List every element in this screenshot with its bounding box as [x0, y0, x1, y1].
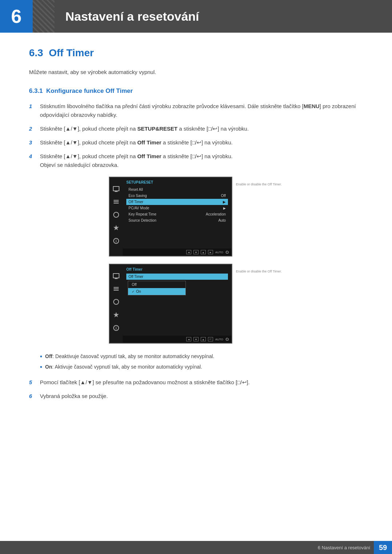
step-6: 6 Vybraná položka se použije. — [29, 392, 363, 401]
subsection-title: 6.3.1 Konfigurace funkce Off Timer — [29, 87, 363, 95]
submenu-off-timer-item: Off Timer — [126, 274, 228, 280]
popup-off-item: Off — [128, 281, 185, 288]
bullet-on: • On: Aktivuje časovač vypnutí tak, aby … — [40, 363, 363, 371]
chapter-title: Nastavení a resetování — [54, 9, 199, 24]
footer-page-number: 59 — [374, 541, 392, 554]
step-4: 4 Stiskněte [▲/▼], pokud chcete přejít n… — [29, 152, 363, 169]
footer-text: 6 Nastavení a resetování — [318, 545, 374, 550]
main-content: 6.3 Off Timer Můžete nastavit, aby se vý… — [0, 47, 392, 401]
menu-item-pcav-mode: PC/AV Mode ▶ — [126, 205, 228, 211]
step-2: 2 Stiskněte [▲/▼], pokud chcete přejít n… — [29, 124, 363, 133]
monitor-icon — [112, 185, 120, 193]
icons-panel-1: i — [110, 177, 123, 256]
gear-icon-shape-2 — [113, 312, 119, 318]
nav-enter-btn-2: ↩ — [208, 337, 213, 341]
popup-on-item: ✓ On — [128, 288, 185, 295]
nav-up-btn-2: ▲ — [201, 337, 206, 341]
step-5: 5 Pomocí tlačítek [▲/▼] se přesuňte na p… — [29, 378, 363, 387]
arrow-icon — [112, 211, 120, 219]
power-icon-2: ⏻ — [225, 337, 229, 341]
menu-content-2: Off Timer Off Timer Turn Off After — [123, 264, 232, 343]
submenu-popup: Off ✓ On — [128, 281, 186, 295]
step-3: 3 Stiskněte [▲/▼], pokud chcete přejít n… — [29, 138, 363, 147]
chapter-header: 6 Nastavení a resetování — [0, 0, 392, 33]
section-title: 6.3 Off Timer — [29, 47, 363, 59]
nav-left-btn-2: ◄ — [186, 337, 191, 341]
menu-item-eco-saving: Eco Saving Off — [126, 193, 228, 199]
auto-label-2: AUTO — [215, 338, 223, 341]
menu-content-1: SETUP&RESET Reset All Eco Saving Off Off… — [123, 177, 232, 256]
monitor-icon-shape — [113, 186, 119, 191]
steps-list: 1 Stisknutím libovolného tlačítka na pře… — [29, 102, 363, 169]
arrow-icon-shape — [113, 212, 119, 218]
menu-item-off-timer: Off Timer ▶ — [126, 199, 228, 205]
page-footer: 6 Nastavení a resetování 59 — [0, 541, 392, 554]
menu-item-key-repeat: Key Repeat Time Acceleration — [126, 211, 228, 217]
monitor-icon-shape-2 — [113, 273, 119, 278]
monitor-icon-2 — [112, 272, 120, 280]
lines-icon-shape — [114, 200, 119, 204]
monitor-screen-2: i Off Timer Off Timer Turn Off After Off — [109, 264, 232, 344]
menu-item-reset-all: Reset All — [126, 186, 228, 193]
nav-left-btn: ◄ — [186, 250, 191, 254]
info-icon-shape-2: i — [113, 325, 119, 331]
lines-icon — [112, 198, 120, 206]
power-icon-1: ⏻ — [225, 250, 229, 254]
arrow-icon-2 — [112, 298, 120, 306]
screenshot-row-2: i Off Timer Off Timer Turn Off After Off — [109, 264, 283, 344]
screen-bottom-bar-2: ◄ ▼ ▲ ↩ AUTO ⏻ — [123, 336, 232, 343]
nav-up-btn: ▲ — [201, 250, 206, 254]
screen-bottom-bar-1: ◄ ▼ ▲ ► AUTO ⏻ — [123, 249, 232, 256]
lines-icon-2 — [112, 285, 120, 293]
info-icon-shape: i — [113, 238, 119, 244]
arrow-icon-shape-2 — [113, 299, 119, 305]
nav-right-btn: ► — [208, 250, 213, 254]
steps-list-2: 5 Pomocí tlačítek [▲/▼] se přesuňte na p… — [29, 378, 363, 401]
icons-panel-2: i — [110, 264, 123, 343]
menu-header-1: SETUP&RESET — [126, 180, 228, 184]
side-help-1: Enable or disable the Off Timer. — [236, 177, 283, 187]
bullet-off: • Off: Deaktivuje časovač vypnutí tak, a… — [40, 353, 363, 360]
gear-icon-2 — [112, 311, 120, 319]
monitor-screen-1: i SETUP&RESET Reset All Eco Saving Off — [109, 177, 232, 257]
info-icon-2: i — [112, 324, 120, 332]
auto-label-1: AUTO — [215, 251, 223, 254]
menu-item-source-detect: Source Detection Auto — [126, 217, 228, 223]
bullet-list: • Off: Deaktivuje časovač vypnutí tak, a… — [40, 353, 363, 371]
submenu-header: Off Timer — [126, 267, 228, 271]
step-1: 1 Stisknutím libovolného tlačítka na pře… — [29, 102, 363, 119]
gear-icon — [112, 224, 120, 232]
nav-down-btn-2: ▼ — [193, 337, 199, 341]
nav-down-btn: ▼ — [193, 250, 199, 254]
chapter-number: 6 — [0, 0, 33, 33]
lines-icon-shape-2 — [114, 287, 119, 291]
gear-icon-shape — [113, 225, 119, 231]
info-icon: i — [112, 237, 120, 245]
header-pattern — [33, 0, 54, 33]
side-help-2: Enable or disable the Off Timer. — [236, 264, 283, 274]
screenshots-container: i SETUP&RESET Reset All Eco Saving Off — [29, 177, 363, 344]
screenshot-row-1: i SETUP&RESET Reset All Eco Saving Off — [109, 177, 283, 257]
intro-text: Můžete nastavit, aby se výrobek automati… — [29, 68, 363, 77]
